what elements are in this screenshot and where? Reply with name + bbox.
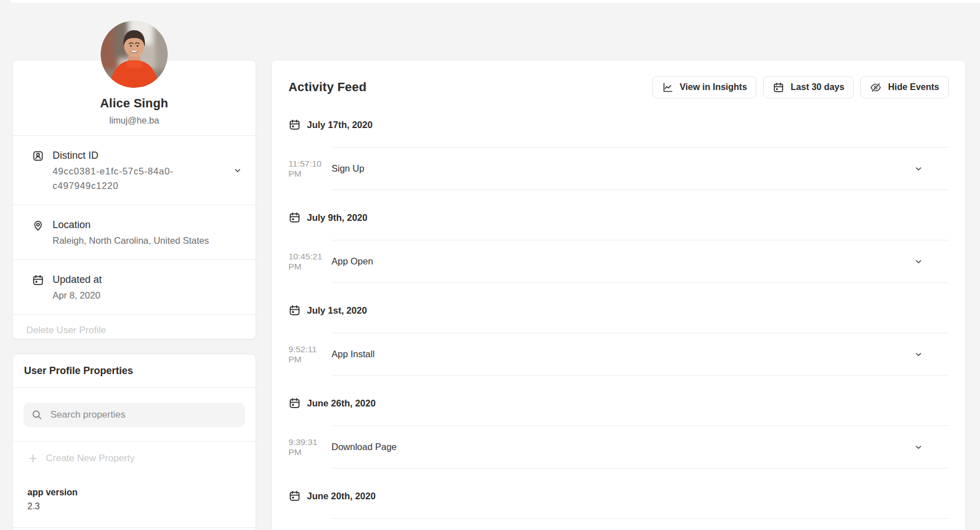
top-bar-remnant — [10, 0, 980, 3]
event-time: 11:57:10 PM — [288, 159, 329, 179]
event-time: 9:52:11 PM — [288, 344, 329, 365]
properties-search-section — [13, 388, 255, 442]
calendar-icon — [288, 397, 301, 409]
user-email: limuj@he.ba — [13, 116, 255, 126]
user-name: Alice Singh — [13, 95, 255, 112]
calendar-icon — [288, 490, 301, 502]
chevron-down-icon[interactable] — [914, 164, 923, 173]
event-time: 9:39:31 PM — [288, 437, 329, 457]
feed-date: July 17th, 2020 — [307, 120, 372, 130]
hide-events-button[interactable]: Hide Events — [860, 76, 949, 98]
chevron-down-icon[interactable] — [914, 443, 923, 452]
field-label: Updated at — [53, 273, 102, 286]
field-label: Location — [53, 218, 209, 231]
feed-date-group: July 9th, 2020 10:45:21 PM App Open — [288, 210, 949, 283]
avatar — [101, 21, 168, 88]
delete-user-profile-button[interactable]: Delete User Profile — [13, 314, 255, 346]
event-name: Sign Up — [332, 163, 364, 174]
chevron-down-icon[interactable] — [233, 166, 242, 175]
field-row-updated-at: Updated at Apr 8, 2020 — [13, 259, 255, 314]
button-label: Last 30 days — [790, 82, 844, 92]
location-pin-icon — [32, 219, 44, 231]
event-row[interactable]: 9:52:11 PM App Install — [332, 333, 949, 375]
create-new-property-label: Create New Property — [46, 453, 135, 464]
feed-date-group: July 1st, 2020 9:52:11 PM App Install — [288, 303, 949, 376]
feed-date: July 1st, 2020 — [307, 305, 367, 316]
event-row[interactable]: 11:57:10 PM Sign Up — [332, 147, 949, 190]
search-box[interactable] — [23, 403, 245, 427]
property-name: app version — [27, 486, 244, 499]
eye-off-icon — [870, 82, 882, 93]
calendar-icon — [773, 82, 784, 93]
feed-date-group: June 20th, 2020 — [288, 489, 949, 519]
location-value: Raleigh, North Carolina, United States — [53, 233, 209, 248]
property-item: app version 2.3 — [13, 473, 255, 513]
activity-feed-card: Activity Feed View in Insights Last 30 d… — [271, 60, 966, 530]
search-properties-input[interactable] — [49, 409, 237, 421]
user-profile-properties-card: User Profile Properties Create New Prope… — [12, 354, 256, 530]
calendar-icon — [32, 274, 44, 286]
line-chart-icon — [662, 82, 674, 93]
property-value: 2.3 — [27, 500, 244, 513]
calendar-icon — [288, 119, 301, 131]
events-list-cutoff — [332, 518, 949, 519]
event-time: 10:45:21 PM — [288, 252, 329, 272]
button-label: Hide Events — [888, 82, 939, 92]
feed-date: June 20th, 2020 — [307, 491, 376, 501]
feed-date: July 9th, 2020 — [307, 212, 367, 223]
plus-icon — [27, 453, 39, 464]
calendar-icon — [288, 211, 301, 224]
feed-date-group: July 17th, 2020 11:57:10 PM Sign Up — [288, 117, 949, 190]
button-label: View in Insights — [680, 82, 747, 92]
distinct-id-value: 49cc0381-e1fc-57c5-84a0-c497949c1220 — [53, 164, 195, 193]
divider — [13, 527, 255, 528]
date-range-button[interactable]: Last 30 days — [763, 76, 854, 98]
create-new-property-button[interactable]: Create New Property — [13, 442, 255, 473]
field-row-distinct-id: Distinct ID 49cc0381-e1fc-57c5-84a0-c497… — [13, 135, 255, 205]
id-badge-icon — [32, 150, 44, 162]
event-name: Download Page — [332, 442, 397, 452]
chevron-down-icon[interactable] — [914, 350, 923, 359]
feed-date-group: June 26th, 2020 9:39:31 PM Download Page — [288, 396, 949, 469]
event-row[interactable]: 10:45:21 PM App Open — [332, 240, 949, 282]
chevron-down-icon[interactable] — [914, 257, 923, 266]
delete-user-profile-label: Delete User Profile — [26, 325, 106, 336]
field-row-location: Location Raleigh, North Carolina, United… — [13, 205, 255, 259]
feed-date: June 26th, 2020 — [307, 398, 376, 409]
search-icon — [31, 409, 42, 420]
view-in-insights-button[interactable]: View in Insights — [652, 76, 757, 98]
activity-feed-title: Activity Feed — [288, 80, 367, 94]
field-label: Distinct ID — [53, 149, 195, 162]
event-row[interactable]: 9:39:31 PM Download Page — [332, 425, 949, 468]
properties-title: User Profile Properties — [13, 354, 255, 388]
event-name: App Install — [332, 349, 375, 359]
calendar-icon — [288, 304, 301, 316]
event-name: App Open — [332, 256, 373, 267]
updated-at-value: Apr 8, 2020 — [53, 288, 102, 302]
user-profile-card: Alice Singh limuj@he.ba Distinct ID 49cc… — [12, 60, 256, 339]
feed-actions: View in Insights Last 30 days Hide Event… — [652, 76, 949, 98]
